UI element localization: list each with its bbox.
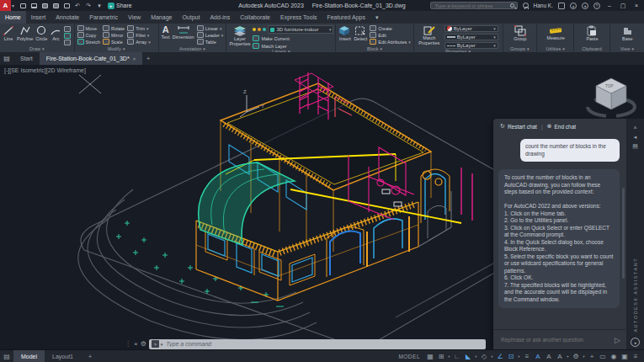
search-icon[interactable] [510, 3, 514, 8]
object-snap-tracking-icon[interactable]: ∠ [495, 351, 505, 361]
ellipse-tool-icon[interactable] [64, 40, 71, 45]
create-block-tool[interactable]: Create [370, 25, 410, 31]
polyline-tool[interactable]: Polyline [17, 25, 33, 42]
drawing-tab[interactable]: Fire-Station-Book-Cafe_01_3D* × [40, 52, 142, 65]
command-grip-icon[interactable]: ⋮ [125, 340, 131, 348]
layout-menu-icon[interactable]: ▤ [0, 350, 13, 362]
notification-icon[interactable]: ● [582, 3, 588, 9]
measure-tool[interactable]: Measure [546, 25, 564, 41]
chat-input[interactable] [499, 336, 611, 343]
command-recent-caret-icon[interactable]: ▾ [161, 342, 163, 347]
array-tool[interactable]: Array▾ [127, 39, 151, 45]
make-current-tool[interactable]: Make Current [253, 35, 333, 41]
base-tool[interactable]: Base [622, 25, 633, 42]
help-icon[interactable]: ? [593, 3, 600, 9]
command-input[interactable] [164, 340, 482, 348]
draw-panel-label[interactable]: Draw▾ [0, 45, 74, 52]
osnap-caret[interactable]: ▾ [517, 354, 521, 359]
detect-tool[interactable]: Detect [354, 25, 367, 42]
panel-menu-icon[interactable]: ▤ [632, 141, 638, 151]
ortho-icon[interactable]: ∟ [452, 351, 462, 361]
circle-tool[interactable]: Circle [35, 25, 47, 42]
mirror-tool[interactable]: Mirror [103, 32, 125, 38]
text-tool[interactable]: A Text [162, 25, 170, 40]
annotation-caret[interactable]: ▾ [566, 354, 570, 359]
edit-attributes-tool[interactable]: Edit Attributes▾ [370, 39, 410, 45]
ribbon-options-caret-icon[interactable]: ▾ [370, 11, 384, 24]
isometric-drafting-icon[interactable]: ◇ [479, 351, 489, 361]
close-button[interactable]: × [632, 3, 641, 8]
arc-tool[interactable]: Arc [50, 25, 61, 42]
tab-view[interactable]: View [123, 11, 146, 24]
group-tool[interactable]: Group [514, 25, 526, 42]
new-layout-button[interactable]: + [81, 350, 99, 362]
tab-express-tools[interactable]: Express Tools [275, 11, 322, 24]
plot-icon[interactable] [62, 2, 71, 9]
rectangle-tool-icon[interactable] [64, 26, 71, 32]
view-panel-label[interactable]: View▾ [610, 45, 644, 52]
view-cube[interactable]: TOP [588, 78, 635, 116]
match-properties-tool[interactable]: Match Properties [417, 25, 442, 45]
annotation-scale-icon[interactable]: A [555, 351, 565, 361]
snap-icon[interactable]: ⊞ [436, 351, 446, 361]
tab-featured-apps[interactable]: Featured Apps [322, 11, 370, 24]
isodraft-caret[interactable]: ▾ [490, 354, 494, 359]
tab-home[interactable]: Home [0, 11, 26, 24]
new-file-icon[interactable] [19, 2, 27, 9]
annotation-autoscale-icon[interactable]: A [544, 351, 554, 361]
open-file-icon[interactable] [29, 2, 38, 9]
tab-parametric[interactable]: Parametric [84, 11, 123, 24]
minimize-button[interactable]: – [605, 3, 614, 8]
command-customize-icon[interactable]: ⚙ [141, 340, 146, 348]
trim-tool[interactable]: Trim▾ [127, 25, 151, 31]
restart-chat-button[interactable]: ↻ Restart chat [500, 123, 537, 130]
scale-tool[interactable]: Scale [103, 39, 125, 45]
command-close-icon[interactable]: × [134, 340, 138, 348]
send-icon[interactable]: ▷ [615, 336, 620, 344]
layer-dropdown[interactable]: 3D furniture-indoor ▾ [268, 25, 333, 34]
groups-panel-label[interactable]: Groups▾ [503, 45, 536, 52]
quick-properties-icon[interactable]: ▭ [598, 351, 608, 361]
layout1-tab[interactable]: Layout1 [45, 350, 81, 362]
model-space-badge[interactable]: MODEL [398, 354, 420, 359]
leader-tool[interactable]: Leader▾ [197, 32, 224, 38]
tab-addins[interactable]: Add-ins [205, 11, 235, 24]
autocad-logo[interactable]: A [0, 0, 11, 11]
help-search[interactable] [430, 2, 518, 9]
start-tab[interactable]: Start [13, 52, 40, 65]
graphics-performance-icon[interactable]: ▣ [620, 351, 630, 361]
block-panel-label[interactable]: Block▾ [336, 45, 412, 52]
redo-icon[interactable]: ↷ [84, 2, 93, 9]
move-tool[interactable]: Move [77, 25, 100, 31]
table-tool[interactable]: Table [197, 39, 224, 45]
hatch-tool-icon[interactable] [64, 33, 71, 39]
viewport-controls[interactable]: [-][SE Isometric][2D Wireframe] [4, 67, 86, 73]
tab-close-icon[interactable]: × [133, 56, 136, 61]
linear-tool[interactable]: Linear▾ [197, 25, 224, 31]
match-layer-tool[interactable]: Match Layer [253, 43, 333, 49]
lineweight-icon[interactable]: ≡ [522, 351, 532, 361]
modify-panel-label[interactable]: Modify▾ [75, 45, 158, 52]
tab-annotate[interactable]: Annotate [51, 11, 84, 24]
snap-caret[interactable]: ▾ [447, 354, 451, 359]
panel-collapse-icon[interactable]: ◂ [634, 132, 637, 141]
isolate-objects-icon[interactable]: ◉ [609, 351, 619, 361]
app-menu-caret-icon[interactable]: ▾ [12, 3, 14, 8]
annotation-monitor-icon[interactable]: + [587, 351, 597, 361]
annotation-panel-label[interactable]: Annotation▾ [159, 45, 226, 52]
copy-tool[interactable]: Copy [77, 32, 100, 38]
workspace-gear-icon[interactable]: ⚙ [571, 351, 581, 361]
panel-close-icon[interactable]: × [633, 123, 636, 132]
layer-on-icon[interactable] [253, 28, 256, 31]
layer-freeze-icon[interactable] [258, 28, 261, 31]
workspace-caret[interactable]: ▾ [582, 354, 586, 359]
maximize-button[interactable]: ▢ [619, 3, 627, 9]
annotation-visibility-icon[interactable]: A [533, 351, 543, 361]
search-input[interactable] [434, 3, 510, 9]
utilities-panel-label[interactable]: Utilities▾ [537, 45, 573, 52]
collaborate-icon[interactable]: ▴ [570, 3, 577, 9]
end-chat-button[interactable]: ⊗ End chat [547, 123, 577, 130]
app-store-icon[interactable] [558, 3, 565, 9]
chat-scrollbar[interactable] [622, 188, 625, 279]
layer-properties-tool[interactable]: Layer Properties [229, 25, 250, 46]
